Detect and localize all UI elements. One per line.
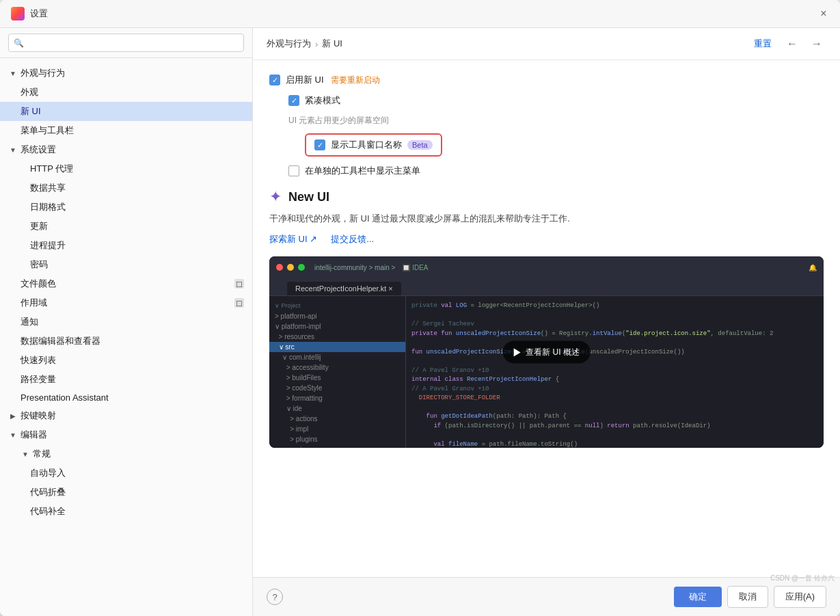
main-content: 外观与行为 › 新 UI 重置 ← → ✓ 启用新 U bbox=[253, 28, 840, 616]
sidebar-item-code-folding[interactable]: 代码折叠 bbox=[0, 483, 252, 502]
preview-sidebar-impl: > impl bbox=[269, 424, 405, 434]
sidebar-nav: ▼ 外观与行为 外观 新 UI 菜单与工具栏 ▼ 系统设置 HTTP 代理 数据… bbox=[0, 58, 252, 616]
sidebar-item-new-ui[interactable]: 新 UI bbox=[0, 102, 252, 121]
dot-red-icon bbox=[276, 264, 283, 271]
enable-new-ui-checkbox[interactable]: ✓ bbox=[269, 75, 280, 85]
compact-mode-checkbox[interactable]: ✓ bbox=[288, 95, 299, 106]
code-line-16: val fileName = path.fileName.toString() bbox=[411, 440, 818, 448]
show-tool-window-highlight-box: ✓ 显示工具窗口名称 Beta bbox=[305, 133, 442, 157]
code-line-2 bbox=[411, 311, 818, 321]
sidebar-item-appearance[interactable]: 外观 bbox=[0, 83, 252, 102]
preview-sidebar-com: ∨ com.intellij bbox=[269, 352, 405, 362]
play-button-icon bbox=[513, 348, 520, 356]
back-button[interactable]: ← bbox=[783, 36, 802, 51]
code-line-4: private fun unscaledProjectIconSize() = … bbox=[411, 330, 818, 339]
sidebar-item-quick-lists[interactable]: 快速列表 bbox=[0, 351, 252, 370]
code-line-3: // Sergei Tacheev bbox=[411, 320, 818, 330]
code-line-7 bbox=[411, 357, 818, 366]
search-box: 🔍 bbox=[0, 28, 252, 58]
new-ui-description: 干净和现代的外观，新 UI 通过最大限度减少屏幕上的混乱来帮助专注于工作. bbox=[269, 213, 824, 225]
reset-button[interactable]: 重置 bbox=[748, 35, 777, 53]
preview-sidebar-resources: > resources bbox=[269, 332, 405, 342]
content-area: 🔍 ▼ 外观与行为 外观 新 UI 菜单与工具栏 ▼ 系统设置 HTTP bbox=[0, 28, 840, 616]
sidebar-item-menus-toolbars[interactable]: 菜单与工具栏 bbox=[0, 121, 252, 140]
sidebar-item-updates[interactable]: 更新 bbox=[0, 217, 252, 236]
sidebar-item-passwords[interactable]: 密码 bbox=[0, 255, 252, 274]
main-header: 外观与行为 › 新 UI 重置 ← → bbox=[253, 28, 840, 60]
title-bar: 设置 × bbox=[0, 0, 840, 28]
sidebar-item-http-proxy[interactable]: HTTP 代理 bbox=[0, 159, 252, 178]
apply-button[interactable]: 应用(A) bbox=[774, 586, 826, 608]
cancel-button[interactable]: 取消 bbox=[727, 586, 768, 608]
dot-green-icon bbox=[298, 264, 305, 271]
preview-overlay-text: 查看新 UI 概述 bbox=[526, 347, 580, 358]
sidebar-group-keymap[interactable]: ▶ 按键映射 bbox=[0, 406, 252, 425]
preview-topbar: intellij-community > main > 🔲 IDEA 🔔 bbox=[269, 256, 824, 278]
show-main-menu-label: 在单独的工具栏中显示主菜单 bbox=[305, 165, 420, 177]
submit-feedback-link[interactable]: 提交反馈... bbox=[331, 233, 374, 245]
breadcrumb-separator: › bbox=[315, 39, 318, 49]
forward-button[interactable]: → bbox=[807, 36, 826, 51]
code-line-15 bbox=[411, 431, 818, 440]
preview-sidebar-codestyle: > codeStyle bbox=[269, 383, 405, 393]
search-input[interactable] bbox=[8, 34, 244, 52]
preview-sidebar-buildfiles: > buildFiles bbox=[269, 373, 405, 383]
preview-body: ∨ Project > platform-api ∨ platform-impl… bbox=[269, 296, 824, 448]
sidebar-item-auto-import[interactable]: 自动导入 bbox=[0, 464, 252, 483]
beta-badge: Beta bbox=[407, 140, 433, 150]
compact-note: UI 元素占用更少的屏幕空间 bbox=[288, 115, 824, 126]
sidebar-group-editor[interactable]: ▼ 编辑器 bbox=[0, 425, 252, 444]
compact-mode-checkbox-wrapper[interactable]: ✓ 紧凑模式 bbox=[288, 94, 340, 107]
show-tool-window-checkbox[interactable]: ✓ bbox=[314, 139, 325, 150]
sidebar-item-notifications[interactable]: 通知 bbox=[0, 312, 252, 332]
preview-sidebar-ide: ∨ ide bbox=[269, 403, 405, 414]
sidebar-group-general[interactable]: ▼ 常规 bbox=[0, 444, 252, 464]
preview-play-overlay[interactable]: 查看新 UI 概述 bbox=[502, 341, 591, 364]
search-icon: 🔍 bbox=[14, 38, 24, 48]
dot-yellow-icon bbox=[287, 264, 294, 271]
breadcrumb-part2: 新 UI bbox=[322, 38, 342, 50]
sidebar-item-data-editors[interactable]: 数据编辑器和查看器 bbox=[0, 332, 252, 351]
close-button[interactable]: × bbox=[818, 8, 829, 19]
preview-sidebar-platform-impl: ∨ platform-impl bbox=[269, 321, 405, 332]
code-line-10: // A Pavel Granov +10 bbox=[411, 385, 818, 394]
sidebar-item-date-format[interactable]: 日期格式 bbox=[0, 198, 252, 217]
preview-tab-file: RecentProjectIconHelper.kt × bbox=[287, 282, 401, 295]
enable-new-ui-row: ✓ 启用新 UI 需要重新启动 bbox=[269, 74, 824, 86]
show-main-menu-checkbox[interactable] bbox=[288, 165, 299, 176]
code-line-1: private val LOG = logger<RecentProjectIc… bbox=[411, 302, 818, 311]
compact-check-icon: ✓ bbox=[291, 97, 297, 105]
code-line-14: if (path.isDirectory() || path.parent ==… bbox=[411, 422, 818, 431]
preview-editor: private val LOG = logger<RecentProjectIc… bbox=[406, 296, 824, 448]
code-line-9: internal class RecentProjectIconHelper { bbox=[411, 375, 818, 385]
sidebar-item-code-completion[interactable]: 代码补全 bbox=[0, 502, 252, 521]
code-line-13: fun getDotIdeaPath(path: Path): Path { bbox=[411, 412, 818, 422]
header-actions: 重置 ← → bbox=[748, 35, 826, 53]
preview-sidebar: ∨ Project > platform-api ∨ platform-impl… bbox=[269, 296, 406, 448]
sidebar-item-file-colors[interactable]: 文件颜色 □ bbox=[0, 274, 252, 293]
preview-tabs: RecentProjectIconHelper.kt × bbox=[269, 278, 824, 296]
preview-sidebar-accessibility: > accessibility bbox=[269, 362, 405, 373]
enable-new-ui-checkbox-wrapper[interactable]: ✓ 启用新 UI bbox=[269, 74, 324, 86]
new-ui-links: 探索新 UI ↗ 提交反馈... bbox=[269, 233, 824, 245]
collapse-arrow-keymap-icon: ▶ bbox=[8, 411, 18, 420]
help-button[interactable]: ? bbox=[267, 589, 283, 605]
sidebar-item-process-elevation[interactable]: 进程提升 bbox=[0, 236, 252, 255]
sidebar-item-presentation-assistant[interactable]: Presentation Assistant bbox=[0, 389, 252, 406]
compact-mode-label: 紧凑模式 bbox=[305, 94, 340, 107]
sidebar-item-path-variables[interactable]: 路径变量 bbox=[0, 370, 252, 389]
explore-new-ui-link[interactable]: 探索新 UI ↗ bbox=[269, 233, 317, 245]
sidebar-item-scopes[interactable]: 作用域 □ bbox=[0, 293, 252, 312]
watermark: CSDN @一普 铃亦六 bbox=[770, 574, 835, 583]
sidebar-item-data-sharing[interactable]: 数据共享 bbox=[0, 178, 252, 198]
code-line-8: // A Pavel Granov +10 bbox=[411, 366, 818, 376]
sidebar-group-appearance[interactable]: ▼ 外观与行为 bbox=[0, 64, 252, 83]
scopes-badge-icon: □ bbox=[234, 298, 244, 308]
new-ui-title: ✦ New UI bbox=[269, 188, 824, 206]
confirm-button[interactable]: 确定 bbox=[674, 587, 722, 607]
preview-sidebar-src: ∨ src bbox=[269, 342, 405, 352]
show-main-menu-checkbox-wrapper[interactable]: 在单独的工具栏中显示主菜单 bbox=[288, 165, 420, 177]
code-line-11: DIRECTORY_STORE_FOLDER bbox=[411, 394, 818, 403]
collapse-arrow-general-icon: ▼ bbox=[21, 449, 30, 459]
sidebar-group-system[interactable]: ▼ 系统设置 bbox=[0, 140, 252, 159]
